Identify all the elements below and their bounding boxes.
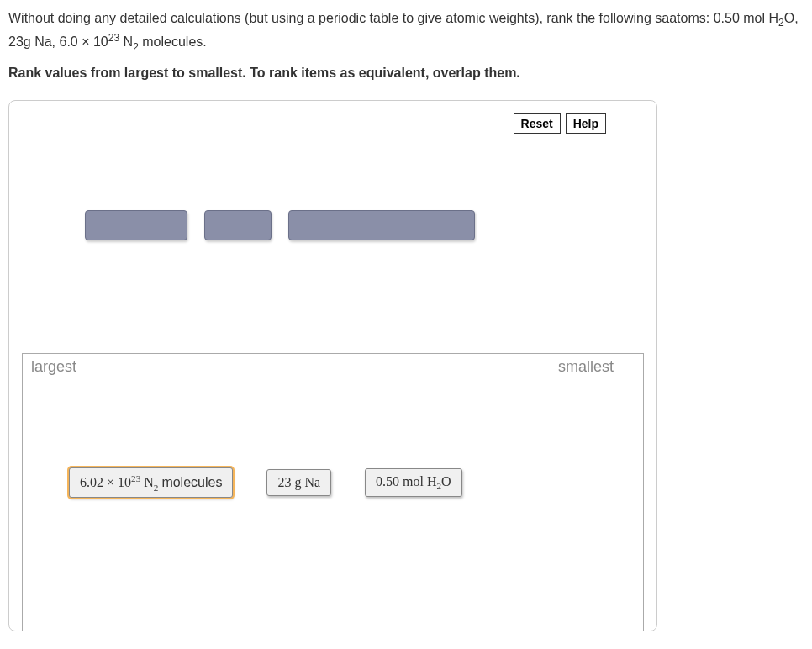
empty-slot[interactable] — [204, 210, 272, 240]
ranking-instruction: Rank values from largest to smallest. To… — [8, 63, 804, 83]
help-button[interactable]: Help — [566, 113, 606, 134]
draggable-item-h2o[interactable]: 0.50 mol H2O — [365, 468, 462, 497]
empty-slot[interactable] — [288, 210, 475, 240]
source-slot-area — [85, 210, 475, 240]
label-largest: largest — [31, 358, 76, 376]
draggable-item-n2-molecules[interactable]: 6.02 × 1023 N2 molecules — [69, 467, 233, 499]
reset-button[interactable]: Reset — [514, 113, 561, 134]
draggable-item-na[interactable]: 23 g Na — [266, 469, 331, 496]
question-text: Without doing any detailed calculations … — [8, 8, 804, 55]
panel-controls: Reset Help — [514, 113, 606, 134]
label-smallest: smallest — [558, 358, 635, 376]
ranking-panel: Reset Help largest smallest 6.02 × 1023 … — [8, 100, 657, 631]
ranking-drop-area[interactable]: largest smallest 6.02 × 1023 N2 molecule… — [22, 353, 644, 631]
empty-slot[interactable] — [85, 210, 187, 240]
